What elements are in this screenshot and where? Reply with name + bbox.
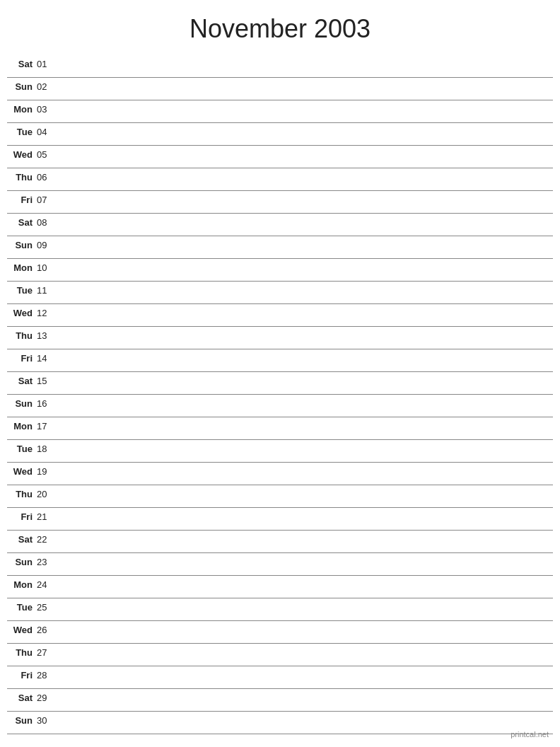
day-name: Tue — [7, 601, 37, 613]
day-name: Tue — [7, 284, 37, 296]
day-row[interactable]: Fri21 — [7, 508, 553, 531]
day-content[interactable] — [58, 420, 553, 434]
day-row[interactable]: Tue25 — [7, 598, 553, 621]
day-row[interactable]: Thu06 — [7, 168, 553, 191]
day-row[interactable]: Sat08 — [7, 214, 553, 236]
day-name: Fri — [7, 352, 37, 364]
day-number: 11 — [37, 284, 58, 296]
day-row[interactable]: Wed05 — [7, 146, 553, 168]
day-row[interactable]: Mon17 — [7, 417, 553, 440]
day-content[interactable] — [58, 330, 553, 344]
day-content[interactable] — [58, 714, 553, 729]
day-number: 22 — [37, 533, 58, 545]
day-name: Wed — [7, 624, 37, 635]
day-name: Wed — [7, 307, 37, 318]
day-name: Sun — [7, 239, 37, 250]
day-number: 03 — [37, 103, 58, 115]
day-number: 27 — [37, 647, 58, 658]
day-row[interactable]: Fri14 — [7, 349, 553, 372]
day-content[interactable] — [58, 601, 553, 615]
day-row[interactable]: Wed19 — [7, 463, 553, 485]
day-row[interactable]: Thu13 — [7, 327, 553, 349]
day-number: 21 — [37, 511, 58, 522]
day-row[interactable]: Sun23 — [7, 553, 553, 576]
day-content[interactable] — [58, 398, 553, 412]
day-content[interactable] — [58, 103, 553, 117]
day-number: 04 — [37, 126, 58, 137]
day-name: Thu — [7, 488, 37, 499]
day-number: 06 — [37, 171, 58, 183]
day-row[interactable]: Tue11 — [7, 282, 553, 304]
day-row[interactable]: Sun09 — [7, 236, 553, 259]
day-content[interactable] — [58, 307, 553, 321]
day-name: Mon — [7, 579, 37, 590]
day-name: Fri — [7, 511, 37, 522]
day-content[interactable] — [58, 171, 553, 185]
day-name: Thu — [7, 647, 37, 658]
day-number: 20 — [37, 488, 58, 499]
day-name: Thu — [7, 171, 37, 183]
day-row[interactable]: Thu20 — [7, 485, 553, 508]
day-name: Mon — [7, 262, 37, 273]
day-name: Sat — [7, 216, 37, 228]
day-row[interactable]: Mon24 — [7, 576, 553, 598]
day-content[interactable] — [58, 692, 553, 706]
day-content[interactable] — [58, 533, 553, 548]
day-row[interactable]: Sun30 — [7, 712, 553, 734]
day-name: Mon — [7, 103, 37, 115]
calendar-grid: Sat01Sun02Mon03Tue04Wed05Thu06Fri07Sat08… — [0, 55, 560, 734]
day-row[interactable]: Sat01 — [7, 55, 553, 78]
day-content[interactable] — [58, 443, 553, 457]
day-name: Sun — [7, 81, 37, 92]
day-name: Sat — [7, 533, 37, 545]
day-content[interactable] — [58, 488, 553, 502]
day-name: Wed — [7, 465, 37, 477]
day-content[interactable] — [58, 239, 553, 253]
day-row[interactable]: Fri28 — [7, 666, 553, 689]
footer-text: printcal.net — [511, 730, 549, 739]
day-name: Sat — [7, 375, 37, 386]
day-number: 30 — [37, 714, 58, 726]
day-row[interactable]: Sat22 — [7, 531, 553, 553]
day-content[interactable] — [58, 556, 553, 570]
day-content[interactable] — [58, 647, 553, 661]
day-content[interactable] — [58, 624, 553, 638]
day-row[interactable]: Wed26 — [7, 621, 553, 644]
day-row[interactable]: Thu27 — [7, 644, 553, 666]
day-content[interactable] — [58, 58, 553, 72]
day-content[interactable] — [58, 465, 553, 480]
page-title: November 2003 — [0, 0, 560, 55]
day-name: Wed — [7, 149, 37, 160]
day-row[interactable]: Sat15 — [7, 372, 553, 395]
day-row[interactable]: Wed12 — [7, 304, 553, 327]
day-row[interactable]: Tue04 — [7, 123, 553, 146]
day-content[interactable] — [58, 579, 553, 593]
day-content[interactable] — [58, 284, 553, 299]
day-content[interactable] — [58, 262, 553, 276]
day-number: 18 — [37, 443, 58, 454]
day-content[interactable] — [58, 352, 553, 366]
day-content[interactable] — [58, 669, 553, 683]
day-row[interactable]: Tue18 — [7, 440, 553, 463]
day-row[interactable]: Mon03 — [7, 100, 553, 123]
day-content[interactable] — [58, 511, 553, 525]
day-content[interactable] — [58, 375, 553, 389]
day-content[interactable] — [58, 149, 553, 163]
day-name: Tue — [7, 126, 37, 137]
day-row[interactable]: Mon10 — [7, 259, 553, 282]
day-content[interactable] — [58, 126, 553, 140]
day-row[interactable]: Sun02 — [7, 78, 553, 100]
day-name: Mon — [7, 420, 37, 432]
day-row[interactable]: Fri07 — [7, 191, 553, 214]
day-content[interactable] — [58, 216, 553, 231]
day-row[interactable]: Sat29 — [7, 689, 553, 712]
day-content[interactable] — [58, 81, 553, 95]
day-number: 23 — [37, 556, 58, 567]
day-number: 17 — [37, 420, 58, 432]
day-row[interactable]: Sun16 — [7, 395, 553, 417]
day-content[interactable] — [58, 194, 553, 208]
day-number: 15 — [37, 375, 58, 386]
day-number: 16 — [37, 398, 58, 409]
day-number: 19 — [37, 465, 58, 477]
day-number: 26 — [37, 624, 58, 635]
